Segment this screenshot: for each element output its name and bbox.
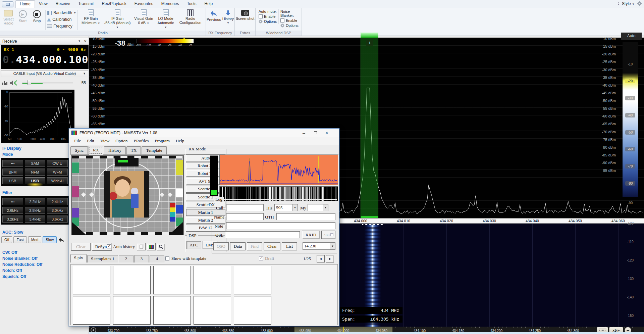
calibration-button[interactable]: Calibration [47,16,76,22]
name-input[interactable] [226,213,264,220]
passband-top-cap[interactable] [361,33,378,38]
status-link-squelch-off[interactable]: Squelch: Off [2,274,42,279]
panel-dropdown-icon[interactable]: ▼ [78,38,80,45]
mode-button-sam[interactable]: SAM [25,160,46,167]
stock-picture-slot[interactable] [194,296,231,325]
abc-button[interactable]: ABC [321,231,335,239]
if-display-link[interactable]: IF Display [2,146,21,151]
audio-source-dropdown[interactable]: CABLE Input (VB-Audio Virtual Cable) ▼ [1,70,88,77]
picture-button[interactable] [147,243,156,250]
log-button-data[interactable]: Data [230,242,246,250]
ribbon-tab-transmit[interactable]: Transmit [74,0,98,8]
radio-configuration-button[interactable]: Radio Configuration [176,9,204,25]
pix-tab-s-templates-1[interactable]: S.templates 1 [87,255,118,263]
pix-tab-4[interactable]: 4 [150,255,164,263]
filter-button-3-6khz[interactable]: 3.6kHz [47,216,68,223]
mode-button-[interactable]: ••• [2,160,23,167]
mmsstv-tab-history[interactable]: History [104,146,126,154]
ribbon-tab-receive[interactable]: Receive [52,0,74,8]
agc-button-fast[interactable]: Fast [13,236,26,243]
pix-tab-2[interactable]: 2 [119,255,133,263]
log-button-find[interactable]: Find [247,242,262,250]
auto-history-checkbox[interactable] [107,244,111,248]
filter-button-3-2khz[interactable]: 3.2kHz [2,216,23,223]
mode-button-wfm[interactable]: WFM [47,169,68,176]
select-radio-button[interactable]: Select Radio [1,9,15,25]
bandwidth-menu[interactable]: Bandwidth▼ [47,10,76,16]
panel-close-icon[interactable]: × [84,38,87,45]
status-link-noise-blanker-off[interactable]: Noise Blanker: Off [2,256,42,261]
stock-picture-slot[interactable] [73,296,110,325]
stock-picture-slot[interactable] [234,266,271,294]
mode-section-label[interactable]: Mode [2,152,13,157]
prev-page-button[interactable]: ◄ [317,255,325,263]
speaker-icon[interactable] [10,80,17,86]
log-button-list[interactable]: List [282,242,297,250]
show-with-template-checkbox[interactable] [165,256,169,260]
call-input[interactable] [226,204,264,211]
menu-edit[interactable]: Edit [84,138,97,144]
menu-option[interactable]: Option [112,138,130,144]
menu-program[interactable]: Program [152,138,173,144]
if-gain-dropdown[interactable]: IF Gain -55 dB (Manual) ▼ [103,9,132,29]
mmsstv-tab-template[interactable]: Template [142,146,166,154]
filter-button-3-0khz[interactable]: 3.0kHz [47,207,68,214]
qsl-input[interactable] [225,231,300,238]
equalizer-icon[interactable] [2,81,7,85]
frequency-digits[interactable]: 434.000.100 [16,53,88,65]
mmsstv-window[interactable]: F5OEO (F5OEO.MDT) - MMSSTV Ver 1.08 – × … [69,128,339,326]
mode-button-lsb[interactable]: LSB [2,177,23,184]
agc-button-off[interactable]: Off [1,236,12,243]
mode-button-bfm[interactable]: BFM [2,169,23,176]
filter-button-[interactable]: ••• [2,198,23,205]
lo-mode-dropdown[interactable]: LO Mode Automatic ▼ [155,9,176,29]
noise-blanker-options-button[interactable]: Options [280,23,299,28]
agc-undo-icon[interactable] [58,237,65,242]
stock-picture-slot[interactable] [234,296,271,325]
auto-mute-enable-checkbox[interactable]: Enable [259,14,277,18]
auto-mute-options-button[interactable]: Options [259,19,277,23]
status-link-noise-reduction-off[interactable]: Noise Reduction: Off [2,262,42,267]
magnifier-button[interactable] [157,243,165,250]
frequency-button[interactable]: Frequency [47,23,76,29]
start-button[interactable]: ▶ Start [15,9,30,23]
volume-slider-thumb[interactable] [28,80,31,85]
ribbon-tab-home[interactable]: Home [15,0,35,8]
copy-image-button[interactable] [137,243,146,250]
mmsstv-tab-sync[interactable]: Sync [70,146,88,154]
filter-section-label[interactable]: Filter [2,190,12,195]
close-button[interactable]: × [321,129,332,137]
next-page-button[interactable]: ► [326,255,334,263]
stock-picture-slot[interactable] [113,296,151,325]
settings-gear-icon[interactable] [637,1,642,6]
stock-picture-slot[interactable] [73,266,110,294]
app-menu-button[interactable] [2,1,13,7]
filter-button-2-8khz[interactable]: 2.8kHz [25,207,46,214]
collapse-ribbon-icon[interactable]: ▲▼ [618,2,620,5]
stock-picture-slot[interactable] [153,296,191,325]
status-link-cw-off[interactable]: CW: Off [2,250,42,255]
filter-button-2-4khz[interactable]: 2.4kHz [47,198,68,205]
mmsstv-tab-rx[interactable]: RX [89,146,103,155]
noise-blanker-enable-checkbox[interactable]: Enable [280,18,299,22]
pix-tab-3[interactable]: 3 [134,255,149,263]
menu-help[interactable]: Help [173,138,187,144]
filter-button-2-6khz[interactable]: 2.6kHz [2,207,23,214]
qth-input[interactable] [276,213,335,220]
rf-gain-dropdown[interactable]: RF Gain Minimum ▼ [79,9,103,25]
agc-section-label[interactable]: AGC: Slow [2,230,23,235]
draft-checkbox[interactable] [259,256,263,260]
note-input[interactable] [226,222,335,229]
ribbon-tab-tools[interactable]: Tools [183,0,201,8]
screenshot-button[interactable]: Screenshot [236,9,255,20]
filter-button-2-2khz[interactable]: 2.2kHz [25,198,46,205]
mode-button-cw-u[interactable]: CW-U [47,160,68,167]
rx-passband-marker[interactable]: 1 [361,33,378,218]
mode-button-nfm[interactable]: NFM [25,169,46,176]
stock-picture-slot[interactable] [194,266,231,294]
stock-picture-slot[interactable] [153,266,191,294]
ribbon-tab-view[interactable]: View [35,0,52,8]
visual-gain-dropdown[interactable]: Visual Gain 0 dB ▼ [132,9,155,25]
ribbon-tab-favourites[interactable]: Favourites [130,0,157,8]
mode-button-wide-u[interactable]: Wide-U [47,177,68,184]
